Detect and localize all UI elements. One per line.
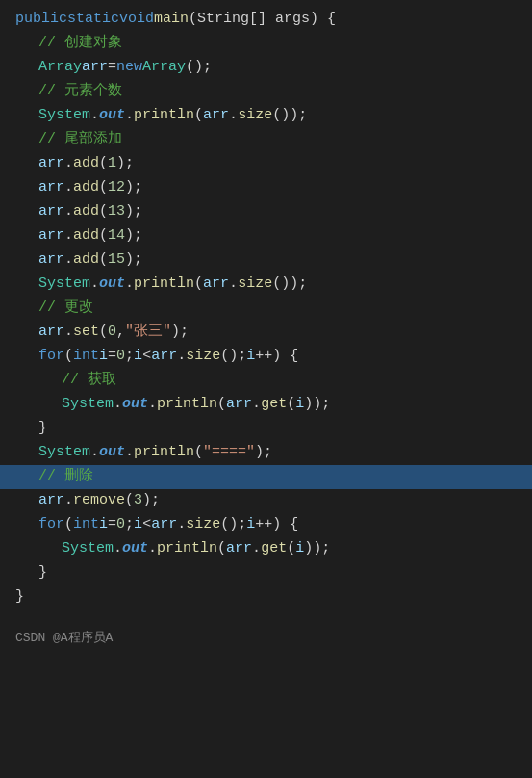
code-line-16: System.out.println(arr.get(i)); [0, 393, 532, 417]
code-line-21: for (int i = 0; i < arr.size(); i++) { [0, 513, 532, 537]
code-line-4: System.out.println(arr.size()); [0, 104, 532, 128]
code-line-19: // 删除 [0, 465, 532, 489]
code-line-1: // 创建对象 [0, 32, 532, 56]
code-line-0: public static void main(String[] args) { [0, 8, 532, 32]
code-line-24: } [0, 585, 532, 609]
footer-attribution: CSDN @A程序员A [0, 617, 532, 649]
code-line-20: arr.remove(3); [0, 489, 532, 513]
code-line-11: System.out.println(arr.size()); [0, 272, 532, 297]
code-line-3: // 元素个数 [0, 80, 532, 104]
code-line-14: for (int i = 0; i < arr.size(); i++) { [0, 345, 532, 369]
code-line-9: arr.add(14); [0, 224, 532, 248]
code-line-18: System.out.println("===="); [0, 441, 532, 465]
code-line-23: } [0, 561, 532, 585]
code-line-8: arr.add(13); [0, 200, 532, 224]
code-line-6: arr.add(1); [0, 152, 532, 176]
code-line-2: Array arr = new Array(); [0, 56, 532, 80]
code-line-7: arr.add(12); [0, 176, 532, 200]
code-line-15: // 获取 [0, 369, 532, 393]
code-line-13: arr.set(0, "张三"); [0, 321, 532, 345]
code-line-22: System.out.println(arr.get(i)); [0, 537, 532, 561]
code-line-12: // 更改 [0, 297, 532, 321]
code-line-17: } [0, 417, 532, 441]
code-line-10: arr.add(15); [0, 248, 532, 272]
code-line-5: // 尾部添加 [0, 128, 532, 152]
code-block: public static void main(String[] args) {… [0, 0, 532, 617]
